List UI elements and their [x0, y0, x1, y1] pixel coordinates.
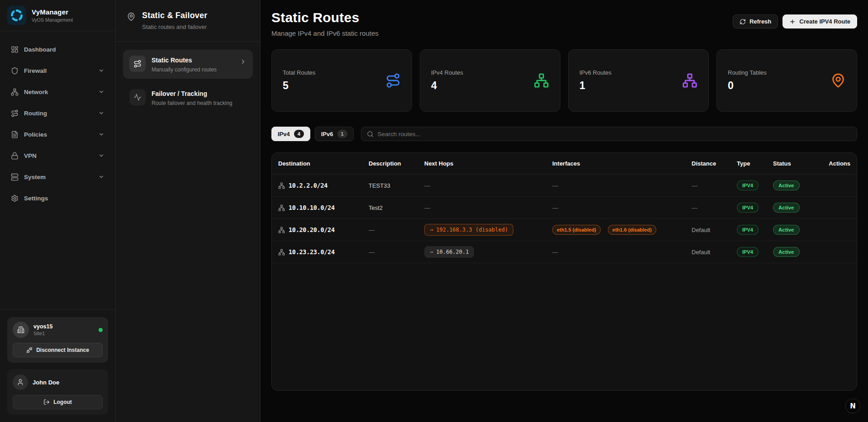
instance-name: vyos15	[33, 323, 52, 330]
sidebar-footer: vyos15 Site1 Disconnect Instance John Do…	[0, 309, 115, 422]
refresh-button[interactable]: Refresh	[733, 14, 778, 28]
tab-ipv6[interactable]: IPv6 1	[315, 127, 354, 141]
type-badge: IPV4	[737, 225, 759, 235]
sidebar-item-settings[interactable]: Settings	[5, 189, 110, 207]
search-icon	[367, 131, 374, 138]
network-icon	[534, 73, 549, 88]
next-hops-cell: →192.168.3.3 (disabled)	[424, 224, 552, 236]
table-row: 10.10.10.0/24Test2———IPV4Active	[272, 197, 857, 219]
empty-value: —	[552, 204, 558, 211]
interface-badge: eth1.5 (disabled)	[552, 225, 601, 235]
page-subtitle: Manage IPv4 and IPv6 static routes	[271, 29, 379, 37]
table-body: 10.2.2.0/24TEST33———IPV4Active10.10.10.0…	[272, 175, 857, 263]
empty-value: —	[424, 204, 430, 211]
chevron-down-icon	[98, 110, 104, 116]
sidebar-item-dashboard[interactable]: Dashboard	[5, 40, 110, 58]
refresh-icon	[740, 19, 746, 25]
user-icon	[13, 375, 28, 390]
framework-badge-button[interactable]: N	[845, 398, 860, 413]
route-description: —	[369, 227, 375, 233]
status-badge: Active	[773, 180, 800, 190]
table-row: 10.20.20.0/24—→192.168.3.3 (disabled)eth…	[272, 219, 857, 241]
arrow-right-icon: →	[430, 249, 433, 255]
status-badge: Active	[773, 225, 800, 235]
panel-item-failover-tracking[interactable]: Failover / Tracking Route failover and h…	[123, 83, 253, 112]
user-name: John Doe	[33, 379, 59, 386]
stat-card-ipv6-routes: IPv6 Routes 1	[568, 49, 709, 112]
chevron-right-icon	[240, 58, 247, 65]
interfaces-cell: eth1.5 (disabled)eth1.6 (disabled)	[552, 225, 692, 235]
stat-card-routing-tables: Routing Tables 0	[716, 49, 857, 112]
section-panel: Static & Failover Static routes and fail…	[116, 0, 261, 422]
stat-card-total-routes: Total Routes 5	[271, 49, 412, 112]
type-badge: IPV4	[737, 203, 759, 213]
sidebar-item-vpn[interactable]: VPN	[5, 147, 110, 165]
chevron-down-icon	[98, 174, 104, 180]
table-row: 10.23.23.0/24—→10.66.20.1—DefaultIPV4Act…	[272, 241, 857, 263]
network-icon	[682, 73, 697, 88]
activity-icon	[129, 89, 146, 105]
network-icon	[11, 88, 19, 96]
sidebar-item-routing[interactable]: Routing	[5, 104, 110, 122]
status-dot	[99, 328, 103, 332]
interfaces-cell: —	[552, 204, 692, 211]
chevron-down-icon	[98, 89, 104, 95]
create-ipv4-route-button[interactable]: Create IPV4 Route	[783, 14, 857, 28]
route-destination: 10.2.2.0/24	[289, 182, 327, 189]
network-icon	[278, 204, 285, 211]
chevron-down-icon	[98, 152, 104, 159]
stats-row: Total Routes 5 IPv4 Routes 4 IPv6 Routes…	[271, 49, 857, 112]
route-distance: —	[692, 204, 697, 211]
route-icon	[129, 56, 146, 72]
route-destination: 10.20.20.0/24	[289, 226, 335, 233]
type-badge: IPV4	[737, 180, 759, 190]
sidebar-item-network[interactable]: Network	[5, 83, 110, 101]
network-icon	[278, 249, 285, 256]
route-distance: Default	[692, 249, 710, 256]
next-hops-cell: —	[424, 182, 552, 189]
status-badge: Active	[773, 247, 800, 257]
tab-count-badge: 1	[337, 130, 347, 138]
interfaces-cell: —	[552, 249, 692, 256]
brand-name: VyManager	[32, 8, 73, 16]
search-box	[361, 127, 858, 141]
route-icon	[11, 109, 19, 117]
disconnect-instance-button[interactable]: Disconnect Instance	[13, 343, 103, 357]
sidebar-item-firewall[interactable]: Firewall	[5, 62, 110, 80]
next-hops-cell: →10.66.20.1	[424, 246, 552, 258]
page-title: Static Routes	[271, 10, 379, 25]
building-icon	[13, 322, 29, 338]
map-pin-icon	[830, 73, 846, 88]
primary-sidebar: VyManager VyOS Management Dashboard Fire…	[0, 0, 116, 422]
next-hop-badge: →192.168.3.3 (disabled)	[424, 224, 513, 236]
lock-icon	[11, 152, 19, 160]
empty-value: —	[552, 249, 558, 256]
interfaces-cell: —	[552, 182, 692, 189]
route-description: TEST33	[369, 182, 390, 189]
route-description: —	[369, 249, 375, 256]
panel-header: Static & Failover Static routes and fail…	[116, 0, 260, 42]
sidebar-item-policies[interactable]: Policies	[5, 125, 110, 143]
map-pin-icon	[127, 12, 136, 30]
logout-icon	[43, 399, 50, 405]
panel-title: Static & Failover	[142, 11, 207, 20]
tab-ipv4[interactable]: IPv4 4	[271, 127, 310, 141]
panel-subtitle: Static routes and failover	[142, 24, 207, 30]
logout-button[interactable]: Logout	[13, 395, 103, 409]
chevron-down-icon	[98, 131, 104, 138]
type-badge: IPV4	[737, 247, 759, 257]
status-badge: Active	[773, 203, 800, 213]
search-input[interactable]	[378, 131, 852, 138]
server-icon	[11, 173, 19, 181]
main-nav: Dashboard Firewall Network Routing Polic…	[0, 31, 115, 216]
panel-item-static-routes[interactable]: Static Routes Manually configured routes	[123, 50, 253, 79]
gear-icon	[11, 194, 19, 202]
stat-card-ipv4-routes: IPv4 Routes 4	[420, 49, 560, 112]
brand-logo-icon	[7, 6, 26, 25]
brand: VyManager VyOS Management	[0, 0, 115, 31]
table-row: 10.2.2.0/24TEST33———IPV4Active	[272, 175, 857, 197]
empty-value: —	[552, 182, 558, 189]
sidebar-item-system[interactable]: System	[5, 168, 110, 186]
route-description: Test2	[369, 204, 383, 211]
dashboard-icon	[11, 46, 19, 53]
